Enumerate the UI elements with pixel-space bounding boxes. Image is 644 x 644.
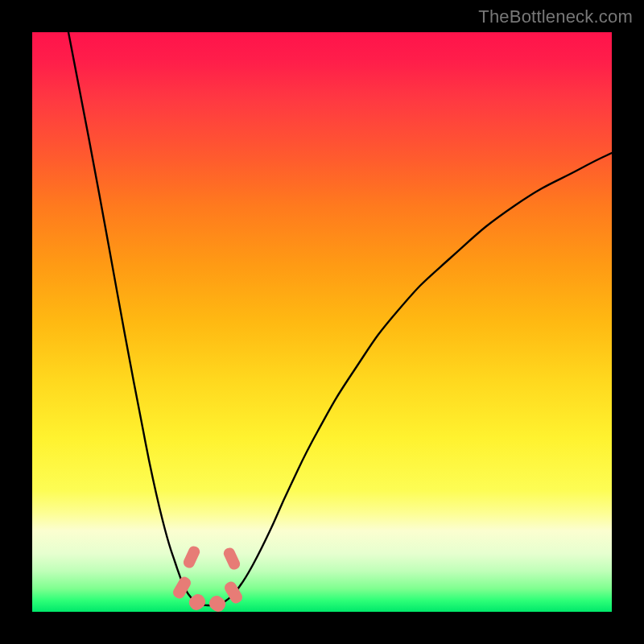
curve-right-branch [224, 153, 612, 602]
plot-area [32, 32, 612, 612]
chart-svg [32, 32, 612, 612]
curve-marker-3 [207, 593, 229, 612]
curve-group [68, 32, 612, 605]
outer-frame: TheBottleneck.com [0, 0, 644, 644]
curve-left-branch [68, 32, 196, 602]
marker-group [171, 544, 245, 612]
watermark-text: TheBottleneck.com [478, 6, 633, 27]
curve-marker-5 [222, 546, 242, 571]
curve-marker-0 [182, 544, 202, 569]
